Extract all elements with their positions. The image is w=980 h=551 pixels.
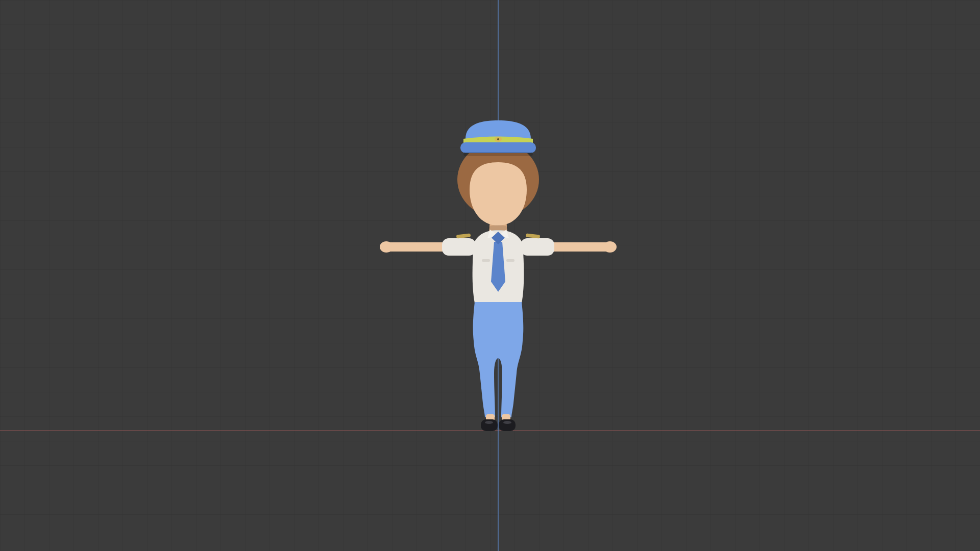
character-hand-left (380, 241, 393, 253)
character-brim-shadow (463, 152, 533, 156)
character-face (470, 162, 527, 226)
character-shoe-highlight-right (503, 421, 511, 424)
character-pocket-left (482, 259, 490, 262)
character-sleeve-left (442, 238, 476, 256)
character-pocket-right (506, 259, 514, 262)
character-cap-visor (460, 142, 536, 153)
viewport-canvas[interactable] (0, 0, 980, 551)
character-cap-emblem-center (497, 138, 499, 140)
character-hand-right (603, 241, 617, 253)
character-chin-shadow (488, 225, 508, 231)
character-sleeve-right (521, 238, 554, 256)
viewport-3d[interactable] (0, 0, 980, 551)
character-shoe-highlight-left (485, 421, 493, 424)
